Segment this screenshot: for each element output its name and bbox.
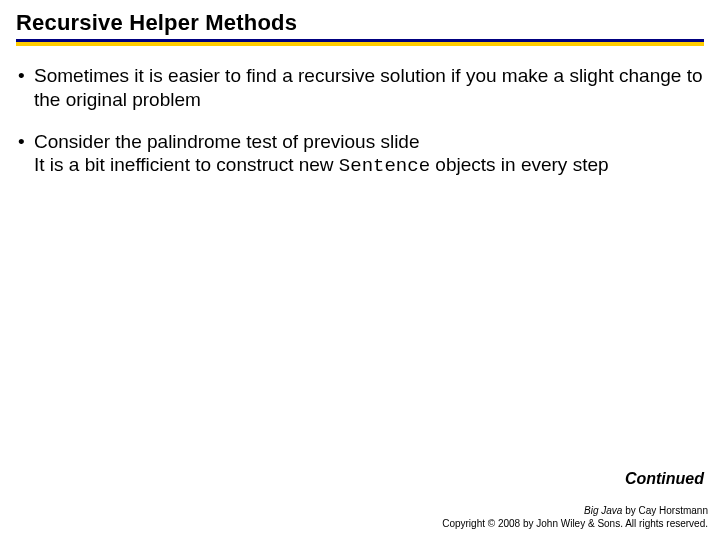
bullet-list: Sometimes it is easier to find a recursi… — [16, 64, 704, 179]
bullet-text: Sometimes it is easier to find a recursi… — [34, 65, 703, 110]
footer-book-title: Big Java — [584, 505, 622, 516]
code-literal: Sentence — [339, 155, 430, 177]
footer-copyright: Copyright © 2008 by John Wiley & Sons. A… — [442, 518, 708, 531]
footer-byline: by Cay Horstmann — [622, 505, 708, 516]
slide-title: Recursive Helper Methods — [16, 10, 704, 39]
bullet-item: Consider the palindrome test of previous… — [16, 130, 704, 180]
footer: Big Java by Cay Horstmann Copyright © 20… — [442, 505, 708, 530]
footer-line-1: Big Java by Cay Horstmann — [442, 505, 708, 518]
bullet-text: Consider the palindrome test of previous… — [34, 131, 419, 152]
bullet-item: Sometimes it is easier to find a recursi… — [16, 64, 704, 112]
slide: Recursive Helper Methods Sometimes it is… — [0, 0, 720, 540]
bullet-text: objects in every step — [430, 154, 608, 175]
title-block: Recursive Helper Methods — [16, 10, 704, 46]
continued-label: Continued — [625, 470, 704, 488]
slide-body: Sometimes it is easier to find a recursi… — [16, 46, 704, 179]
bullet-text: It is a bit inefficient to construct new — [34, 154, 339, 175]
